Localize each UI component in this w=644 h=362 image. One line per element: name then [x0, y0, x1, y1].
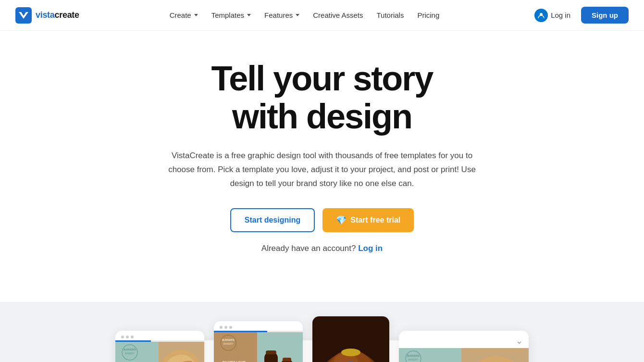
nav-item-templates[interactable]: Templates	[206, 8, 257, 22]
preview-card-2: BAKERS BAKERY DU MEILLEUR The Best pastr…	[214, 321, 303, 362]
card-image-1: BAKERS BAKERY DU MEILLEUR The Best pastr…	[115, 342, 204, 362]
hero-description: VistaCreate is a free graphic design too…	[168, 149, 476, 191]
dot	[220, 326, 223, 329]
svg-text:BAKERS: BAKERS	[124, 348, 136, 351]
logo-text: vistacreate	[36, 10, 79, 20]
nav-item-pricing[interactable]: Pricing	[411, 8, 445, 22]
svg-rect-35	[283, 358, 291, 361]
card-image-2: BAKERS BAKERY DU MEILLEUR The Best pastr…	[214, 332, 303, 362]
hero-headline: Tell your story with design	[115, 60, 529, 136]
hero-login-link[interactable]: Log in	[358, 244, 383, 253]
login-button[interactable]: Log in	[530, 6, 575, 25]
logo[interactable]: vistacreate	[15, 7, 79, 24]
start-designing-button[interactable]: Start designing	[230, 208, 315, 232]
preview-cards: BAKERS BAKERY DU MEILLEUR The Best pastr…	[0, 321, 644, 362]
nav-item-create[interactable]: Create	[164, 8, 204, 22]
card-image-4: BAKERS BAKERY DU MEILLEUR The Best pastr…	[399, 348, 529, 362]
diamond-icon: 💎	[336, 215, 347, 225]
svg-text:BAKERY: BAKERY	[223, 342, 234, 345]
dot	[131, 336, 134, 338]
hero-login-hint: Already have an account? Log in	[168, 242, 476, 256]
svg-text:BAKERY: BAKERY	[125, 352, 135, 355]
preview-card-1: BAKERS BAKERY DU MEILLEUR The Best pastr…	[115, 331, 204, 362]
signup-button[interactable]: Sign up	[581, 7, 629, 24]
dot	[224, 326, 227, 329]
collapse-icon[interactable]: ⌄	[516, 336, 523, 346]
user-icon	[534, 9, 548, 22]
preview-card-4: ⌄ BAKERS BAKERY DU MEILLEUR The Best pas…	[399, 331, 529, 362]
svg-rect-19	[214, 332, 257, 362]
card-dots-1	[115, 331, 204, 340]
svg-point-53	[341, 349, 360, 356]
chevron-down-icon	[247, 14, 251, 16]
dot	[229, 326, 232, 329]
navbar: vistacreate Create Templates Features Cr…	[0, 0, 644, 31]
svg-text:BAKERS: BAKERS	[222, 338, 234, 341]
svg-text:BAKERS: BAKERS	[407, 354, 419, 357]
chevron-down-icon	[296, 14, 299, 16]
hero-section: Tell your story with design VistaCreate …	[106, 31, 538, 292]
dot	[121, 336, 124, 338]
svg-rect-33	[266, 350, 276, 354]
nav-item-features[interactable]: Features	[259, 8, 305, 22]
chevron-down-icon	[194, 14, 198, 16]
preview-section: BAKERS BAKERY DU MEILLEUR The Best pastr…	[0, 302, 644, 362]
nav-item-tutorials[interactable]: Tutorials	[371, 8, 409, 22]
nav-item-creative-assets[interactable]: Creative Assets	[307, 8, 369, 22]
hero-buttons: Start designing 💎 Start free trial	[115, 208, 529, 232]
card-image-3	[312, 316, 389, 362]
nav-links: Create Templates Features Creative Asset…	[164, 8, 446, 22]
preview-card-3	[312, 316, 389, 362]
card-dots-2	[214, 321, 303, 331]
start-free-trial-button[interactable]: 💎 Start free trial	[322, 208, 414, 232]
svg-text:BAKERY: BAKERY	[409, 358, 419, 361]
dot	[126, 336, 129, 338]
svg-rect-0	[15, 7, 32, 24]
nav-right: Log in Sign up	[530, 6, 629, 25]
